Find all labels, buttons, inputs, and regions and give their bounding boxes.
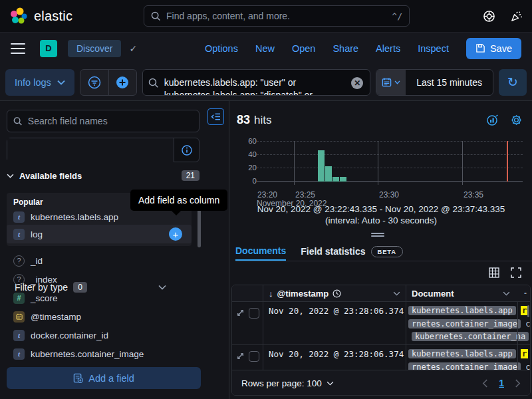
fullscreen-icon[interactable] bbox=[511, 267, 521, 278]
space-badge[interactable]: D bbox=[40, 40, 57, 57]
view-tabs: Documents Field statistics BETA bbox=[235, 242, 532, 261]
field-item-timestamp[interactable]: @timestamp bbox=[7, 307, 200, 326]
histogram-bar[interactable] bbox=[332, 177, 339, 182]
new-link[interactable]: New bbox=[255, 43, 275, 54]
help-icon[interactable] bbox=[483, 10, 495, 23]
histogram-bar[interactable] bbox=[318, 150, 325, 182]
histogram-bar[interactable] bbox=[325, 166, 332, 182]
add-filter-icon[interactable] bbox=[108, 70, 136, 95]
plot-area bbox=[257, 141, 523, 182]
x-tick: 23:25 bbox=[295, 190, 315, 200]
filter-controls bbox=[80, 69, 137, 96]
histogram-bars bbox=[318, 141, 346, 182]
gear-icon[interactable] bbox=[510, 114, 523, 127]
table-row[interactable]: Nov 20, 2022 @ 23:28:06.374 kubernetes.l… bbox=[232, 302, 530, 345]
data-view-picker[interactable]: Info logs bbox=[5, 69, 74, 96]
field-item-kubernetes-container-image[interactable]: t kubernetes.container_image bbox=[7, 344, 200, 363]
documents-table: ↓ @timestamp Document bbox=[231, 285, 531, 396]
tab-documents[interactable]: Documents bbox=[235, 242, 286, 261]
shortcut-hint: ^/ bbox=[392, 11, 402, 21]
chevron-down-icon bbox=[394, 80, 400, 84]
collapse-sidebar-icon[interactable] bbox=[207, 108, 224, 125]
options-link[interactable]: Options bbox=[205, 43, 238, 54]
grid-view-icon[interactable] bbox=[489, 267, 499, 278]
grid-scrollbar[interactable] bbox=[527, 305, 529, 317]
y-tick: 0 bbox=[237, 177, 257, 185]
refresh-icon[interactable]: ↻ bbox=[499, 69, 527, 96]
row-checkbox[interactable] bbox=[249, 351, 259, 362]
news-party-popper-icon[interactable] bbox=[510, 10, 523, 23]
document-column-header[interactable]: Document - bbox=[406, 285, 530, 301]
row-checkbox[interactable] bbox=[249, 308, 259, 319]
field-item-score[interactable]: # _score bbox=[7, 289, 200, 307]
hits-histogram[interactable]: 60 40 20 0 23:20 23:25 bbox=[230, 134, 532, 201]
global-search-placeholder: Find apps, content, and more. bbox=[166, 11, 386, 21]
current-time-marker bbox=[507, 141, 508, 182]
available-fields-header[interactable]: Available fields 21 bbox=[7, 170, 200, 181]
tab-field-statistics[interactable]: Field statistics BETA bbox=[301, 242, 403, 261]
filter-by-type: Filter by type 0 bbox=[7, 138, 200, 162]
app-navbar: D Discover ✓ Options New Open Share Aler… bbox=[0, 32, 532, 64]
search-icon bbox=[151, 11, 161, 21]
global-search-input[interactable]: Find apps, content, and more. ^/ bbox=[144, 5, 410, 27]
add-a-field-button[interactable]: Add a field bbox=[7, 367, 201, 389]
saved-query-icon[interactable] bbox=[80, 70, 108, 95]
calendar-icon[interactable] bbox=[376, 70, 406, 95]
add-field-as-column-button[interactable]: + bbox=[169, 227, 182, 241]
available-fields-count: 21 bbox=[182, 170, 200, 181]
y-tick: 40 bbox=[237, 150, 257, 158]
control-column-header bbox=[232, 285, 263, 301]
query-text: kubernetes.labels.app: "user" or kuberne… bbox=[164, 70, 364, 96]
sort-descending-icon: ↓ bbox=[269, 289, 273, 299]
field-item-log[interactable]: t log + bbox=[7, 225, 192, 243]
field-item-docker-container-id[interactable]: t docker.container_id bbox=[7, 326, 200, 344]
open-link[interactable]: Open bbox=[292, 43, 315, 54]
rows-per-page-button[interactable]: Rows per page: 100 bbox=[241, 378, 334, 388]
expand-row-icon[interactable] bbox=[236, 352, 245, 360]
x-tick: 23:20 bbox=[257, 190, 277, 200]
info-icon[interactable] bbox=[174, 138, 199, 162]
query-search-icon bbox=[148, 78, 159, 88]
inspect-link[interactable]: Inspect bbox=[418, 43, 449, 54]
alerts-link[interactable]: Alerts bbox=[376, 43, 400, 54]
share-link[interactable]: Share bbox=[332, 43, 358, 54]
timestamp-column-header[interactable]: ↓ @timestamp bbox=[263, 285, 406, 301]
previous-page-icon[interactable] bbox=[482, 379, 488, 388]
field-search-box[interactable] bbox=[7, 110, 200, 132]
field-item-id[interactable]: ? _id bbox=[7, 251, 200, 270]
main-content: 83 hits bbox=[230, 101, 532, 399]
timestamp-cell: Nov 20, 2022 @ 23:28:06.374 bbox=[263, 302, 406, 344]
field-search-input[interactable] bbox=[28, 116, 193, 126]
chevron-down-icon bbox=[57, 80, 65, 85]
date-field-icon bbox=[13, 311, 25, 323]
text-field-icon: t bbox=[13, 330, 25, 341]
y-tick: 20 bbox=[237, 164, 257, 172]
resize-handle[interactable] bbox=[371, 231, 384, 238]
pagination-bar: Rows per page: 100 1 bbox=[232, 370, 530, 396]
query-bar: Info logs bbox=[0, 64, 532, 101]
page-1-button[interactable]: 1 bbox=[499, 378, 504, 388]
unknown-field-icon: ? bbox=[13, 255, 25, 267]
fields-sidebar: Filter by type 0 Available f bbox=[0, 101, 229, 399]
time-range-button[interactable]: Last 15 minutes bbox=[406, 77, 493, 88]
expand-row-icon[interactable] bbox=[236, 309, 245, 317]
query-input[interactable]: kubernetes.labels.app: "user" or kuberne… bbox=[142, 69, 370, 96]
elastic-logo[interactable]: elastic bbox=[0, 7, 72, 25]
x-tick: 23:30 bbox=[379, 190, 399, 200]
clock-icon bbox=[332, 289, 341, 298]
edit-visualization-icon[interactable] bbox=[486, 114, 499, 127]
beta-badge: BETA bbox=[371, 246, 403, 257]
column-resize-hint: - bbox=[524, 289, 527, 298]
logo-text: elastic bbox=[34, 9, 72, 24]
save-button[interactable]: Save bbox=[466, 38, 521, 59]
save-icon bbox=[475, 43, 485, 53]
time-range-caption: Nov 20, 2022 @ 23:22:43.335 - Nov 20, 20… bbox=[243, 203, 519, 226]
menu-icon[interactable] bbox=[11, 43, 25, 54]
field-item-index[interactable]: ? _index bbox=[7, 270, 200, 289]
breadcrumb-discover[interactable]: Discover bbox=[68, 40, 121, 57]
histogram-bar[interactable] bbox=[340, 177, 346, 182]
next-page-icon[interactable] bbox=[515, 379, 521, 388]
clear-query-icon[interactable]: ✕ bbox=[351, 77, 363, 89]
field-item-kubernetes-labels-app[interactable]: t kubernetes.labels.app bbox=[7, 209, 192, 225]
table-header: ↓ @timestamp Document bbox=[232, 285, 530, 302]
